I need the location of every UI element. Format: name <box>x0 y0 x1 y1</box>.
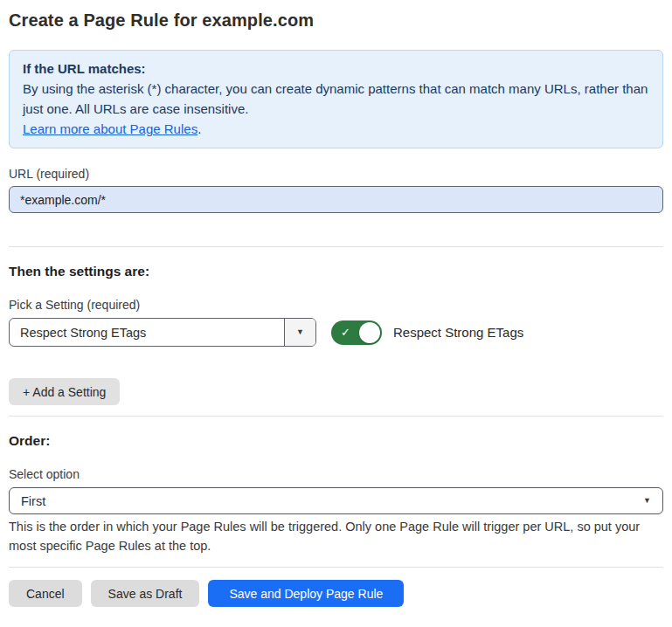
cancel-button[interactable]: Cancel <box>9 580 82 607</box>
info-box-body: By using the asterisk (*) character, you… <box>23 79 649 139</box>
page-title: Create a Page Rule for example.com <box>9 10 663 31</box>
order-section-heading: Order: <box>9 433 663 449</box>
check-icon: ✓ <box>341 326 350 339</box>
save-deploy-button[interactable]: Save and Deploy Page Rule <box>208 580 404 607</box>
add-setting-button[interactable]: + Add a Setting <box>9 378 120 405</box>
respect-strong-etags-toggle[interactable]: ✓ <box>331 320 382 345</box>
order-help-text: This is the order in which your Page Rul… <box>9 518 660 555</box>
pick-setting-label: Pick a Setting (required) <box>9 298 663 312</box>
setting-select-arrow-button[interactable]: ▼ <box>284 319 315 346</box>
save-draft-button[interactable]: Save as Draft <box>91 580 200 607</box>
order-select-value: First <box>21 494 643 508</box>
setting-select-value: Respect Strong ETags <box>10 326 284 340</box>
url-input[interactable] <box>9 186 663 213</box>
learn-more-link[interactable]: Learn more about Page Rules <box>23 121 197 136</box>
chevron-down-icon: ▼ <box>643 497 651 505</box>
settings-section-heading: Then the settings are: <box>9 264 663 279</box>
toggle-label: Respect Strong ETags <box>393 325 523 340</box>
setting-row: Respect Strong ETags ▼ ✓ Respect Strong … <box>9 318 663 347</box>
setting-select[interactable]: Respect Strong ETags ▼ <box>9 318 316 347</box>
order-select-label: Select option <box>9 467 663 481</box>
order-select[interactable]: First ▼ <box>9 487 663 514</box>
form-actions: Cancel Save as Draft Save and Deploy Pag… <box>9 580 663 607</box>
info-box-heading: If the URL matches: <box>23 59 649 79</box>
toggle-knob <box>359 322 380 343</box>
chevron-down-icon: ▼ <box>296 328 304 336</box>
url-field-label: URL (required) <box>9 167 663 181</box>
url-match-info-box: If the URL matches: By using the asteris… <box>9 50 663 148</box>
divider <box>9 416 663 417</box>
divider <box>9 246 663 247</box>
page-rule-form: Create a Page Rule for example.com If th… <box>0 10 672 607</box>
divider <box>9 567 663 568</box>
link-period: . <box>197 121 201 136</box>
